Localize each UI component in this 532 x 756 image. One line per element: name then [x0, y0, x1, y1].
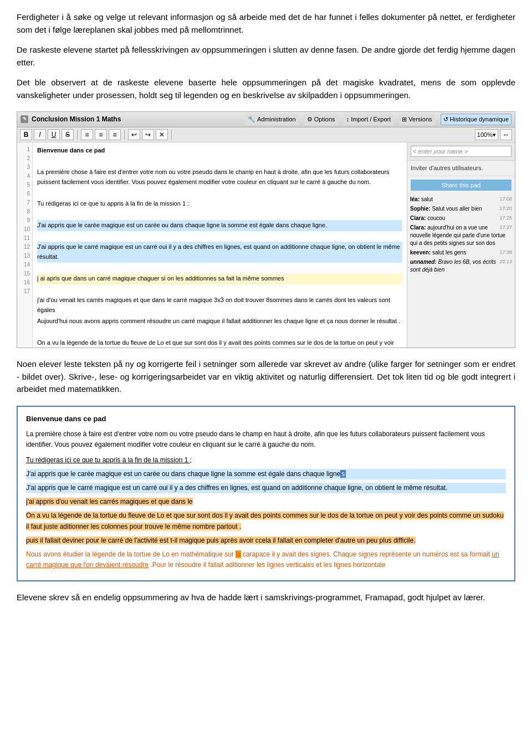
zoom-label: 100% [477, 130, 493, 140]
line-8 [37, 231, 402, 242]
line-5: Tu rédigeras ici ce que tu appris à la f… [37, 198, 402, 210]
chat-message-5: 17:38 keeven: salut les gens [410, 249, 512, 257]
msg-time-3: 17:25 [499, 214, 512, 222]
etherpad-line-1: J'ai appris que le carée magique est un … [26, 469, 506, 479]
undo-button[interactable]: ↩ [128, 129, 140, 140]
paragraph-3: Det ble observert at de raskeste elevene… [17, 76, 515, 101]
ordered-list-button[interactable]: ≡ [95, 129, 107, 140]
etherpad-intro: La première chose à faire est d'entrer v… [26, 429, 506, 450]
highlight-la: la [236, 550, 241, 558]
line-4 [37, 187, 402, 198]
etherpad-closeup: Bienvenue dans ce pad La première chose … [17, 406, 515, 582]
app-body: 1 2 3 4 5 6 7 8 9 10 11 12 13 14 15 16 1… [17, 142, 515, 348]
line-1: Bienvenue dans ce pad [37, 145, 402, 156]
orange-highlight-3: puis il fallait deviner pour le carré de… [26, 537, 416, 544]
msg-sender-3: Clara: [410, 215, 426, 221]
line-11: j ai apris que dans un carré magique cha… [37, 273, 402, 284]
toolbar-separator-1 [77, 130, 78, 140]
invite-text: Inviter d'autres utilisateurs. [407, 161, 515, 176]
orange-highlight-2: On a vu la légende de la tortue du fleuv… [26, 512, 504, 530]
italic-button[interactable]: I [34, 129, 46, 140]
zoom-control[interactable]: 100% ▾ [475, 129, 498, 141]
msg-sender-4: Clara: [410, 224, 426, 231]
formatting-toolbar: B I U S ≡ ≡ ≡ ↩ ↪ ✕ 100% ▾ ↔ [17, 127, 515, 143]
msg-time-1: 17:08 [499, 196, 512, 203]
name-input[interactable] [411, 146, 511, 157]
etherpad-closeup-title: Bienvenue dans ce pad [26, 413, 506, 425]
etherpad-line-2: J'ai appris que le carré magique est un … [26, 483, 506, 493]
line-15 [37, 326, 402, 338]
options-menu[interactable]: ⚙ Options [304, 114, 338, 125]
msg-time-2: 17:20 [499, 205, 512, 212]
paragraph-2: De raskeste elevene startet på fellesskr… [17, 44, 515, 69]
line-12 [37, 284, 402, 295]
mission-underline: Tu rédigeras ici ce que tu appris à la f… [26, 456, 192, 464]
historique-btn[interactable]: ↺ Historique dynamique [441, 114, 511, 125]
chat-message-4: 17:27 Clara: aujourd'hui on a vue une no… [410, 224, 512, 247]
etherpad-line-4: On a vu la légende de la tortue du fleuv… [26, 510, 506, 532]
versions-menu[interactable]: ⊞ Versions [399, 114, 434, 125]
para-after-screenshot: Noen elever leste teksten på ny og korri… [17, 358, 515, 396]
msg-sender-6: unnamed: [410, 259, 437, 265]
chat-messages: 17:08 Iéa: salut 17:20 Sophie: Salut vou… [407, 194, 515, 348]
app-titlebar: ✎ Conclusion Mission 1 Maths 🔧 Administr… [17, 112, 515, 127]
indent-button[interactable]: ≡ [109, 129, 121, 140]
menu-bar: 🔧 Administration ⚙ Options ↕ Import / Ex… [245, 114, 511, 125]
chat-message-1: 17:08 Iéa: salut [410, 196, 512, 203]
redo-button[interactable]: ↪ [142, 129, 154, 140]
toolbar-separator-3 [171, 130, 172, 140]
chat-message-3: 17:25 Clara: coucou [410, 214, 512, 222]
intro-paragraph: Ferdigheter i å søke og velge ut relevan… [17, 11, 515, 36]
line-9: J'ai appris que le carré magique est un … [37, 242, 402, 262]
administration-menu[interactable]: 🔧 Administration [245, 114, 298, 125]
zoom-dropdown-icon[interactable]: ▾ [493, 130, 496, 140]
chat-message-2: 17:20 Sophie: Salut vous aller bien [410, 205, 512, 213]
import-export-menu[interactable]: ↕ Import / Export [344, 114, 394, 125]
line-6 [37, 210, 402, 221]
share-pad-button[interactable]: Share this pad [411, 180, 511, 191]
line-16: On a vu la légende de la tortue du fleuv… [37, 338, 402, 348]
msg-time-6: 20:13 [499, 258, 512, 265]
etherpad-line-5: puis il fallait deviner pour le carré de… [26, 535, 506, 546]
line-3: La première chose à faire est d'entrer v… [37, 167, 402, 187]
etherpad-screenshot: ✎ Conclusion Mission 1 Maths 🔧 Administr… [17, 111, 515, 348]
app-icon: ✎ [21, 115, 28, 123]
toolbar-separator-2 [124, 130, 125, 140]
line-10 [37, 263, 402, 274]
line-numbers: 1 2 3 4 5 6 7 8 9 10 11 12 13 14 15 16 1… [17, 142, 33, 348]
bold-button[interactable]: B [20, 129, 32, 140]
app-title: Conclusion Mission 1 Maths [32, 114, 242, 124]
final-paragraph: Elevene skrev så en endelig oppsummering… [17, 591, 515, 604]
fullscreen-button[interactable]: ↔ [500, 129, 512, 140]
clear-button[interactable]: ✕ [156, 129, 168, 140]
etherpad-line-3: j'ai appris d'ou venait les carrés magiq… [26, 497, 506, 507]
strikethrough-button[interactable]: S [62, 129, 74, 140]
msg-time-4: 17:27 [499, 224, 512, 231]
chat-message-6: 20:13 unnamed: Bravo les 6B, vos écrits … [410, 258, 512, 274]
msg-sender-1: Iéa: [410, 196, 420, 202]
msg-sender-5: keeven: [410, 249, 431, 256]
name-input-area [407, 142, 515, 161]
etherpad-mission-title: Tu rédigeras ici ce que tu appris à la f… [26, 455, 506, 466]
list-button[interactable]: ≡ [81, 129, 93, 140]
msg-sender-2: Sophie: [410, 206, 431, 212]
etherpad-line-6: Nous avons étudier la légende de la tort… [26, 549, 506, 570]
line-13: j'ai d'ou venait les carrés magiques et … [37, 295, 402, 315]
orange-highlight-1: j'ai appris d'ou venait les carrés magiq… [26, 498, 193, 505]
line-7: J'ai appris que le carée magique est un … [37, 220, 402, 231]
underline-span: un carré magique que l'on devaient résou… [26, 550, 499, 569]
editor-area[interactable]: Bienvenue dans ce pad La première chose … [33, 142, 407, 348]
underline-button[interactable]: U [48, 129, 60, 140]
line-14: Aujourd'hui nous avons appris comment ré… [37, 316, 402, 327]
chat-panel: Inviter d'autres utilisateurs. Share thi… [407, 142, 515, 348]
msg-time-5: 17:38 [499, 249, 512, 256]
line-2 [37, 156, 402, 167]
